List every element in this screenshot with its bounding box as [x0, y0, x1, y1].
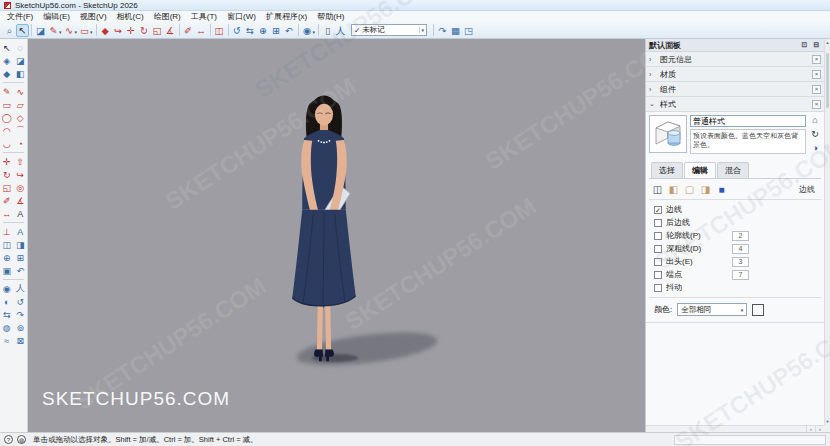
tab-select[interactable]: 选择 [651, 162, 683, 178]
chevron-down-icon[interactable]: ▾ [313, 29, 316, 35]
tape-measure-icon[interactable]: ✐ [182, 24, 195, 37]
eraser-icon[interactable]: ◪ [34, 24, 47, 37]
chevron-down-icon[interactable]: ▾ [90, 29, 93, 35]
section-fill-icon[interactable]: ◨ [14, 238, 28, 251]
modeling-settings-icon[interactable]: ■ [715, 183, 728, 195]
dimension-icon[interactable]: ↔ [195, 24, 208, 37]
revert-camera-icon[interactable]: ↷ [436, 24, 449, 37]
rotate-icon[interactable]: ↻ [138, 24, 151, 37]
menu-item-2[interactable]: 视图(V) [75, 11, 112, 22]
tag-filter-dropdown[interactable]: ✓未标记▾ [351, 24, 427, 36]
three-d-text-icon[interactable]: A [14, 225, 28, 238]
three-d-warehouse-icon[interactable]: ≈ [0, 334, 14, 347]
axes-icon[interactable]: ⊥ [0, 225, 14, 238]
value-input[interactable] [732, 257, 749, 267]
make-component-icon[interactable]: ◈ [0, 54, 14, 67]
scale-icon[interactable]: ◱ [0, 181, 14, 194]
background-settings-icon[interactable]: ▢ [683, 183, 696, 195]
freehand-icon[interactable]: ∿ [14, 85, 28, 98]
move-icon[interactable]: ✛ [125, 24, 138, 37]
offset-icon[interactable]: ◎ [14, 181, 28, 194]
orbit-icon[interactable]: ↺ [231, 24, 244, 37]
model-woman[interactable] [278, 91, 370, 363]
circle-icon[interactable]: ◯ [0, 111, 14, 124]
chevron-down-icon[interactable]: ▾ [75, 29, 78, 35]
close-icon[interactable]: × [812, 100, 821, 109]
add-location-icon[interactable]: ⊚ [14, 321, 28, 334]
scroll-up-icon[interactable]: ▲ [825, 40, 830, 45]
protractor-icon[interactable]: ∡ [164, 24, 177, 37]
close-icon[interactable]: × [812, 70, 821, 79]
menu-item-3[interactable]: 相机(C) [112, 11, 149, 22]
value-input[interactable] [732, 270, 749, 280]
orbit-icon[interactable]: ↺ [14, 295, 28, 308]
create-style-icon[interactable]: ⌂ [812, 115, 817, 125]
search-icon[interactable]: ⌕ [3, 24, 16, 37]
checkbox[interactable] [654, 219, 662, 227]
section-plane-icon[interactable]: ◫ [213, 24, 226, 37]
sign-in-icon[interactable]: 人 [334, 24, 347, 37]
pan-icon[interactable]: ⇆ [0, 308, 14, 321]
next-view-icon[interactable]: ↷ [14, 308, 28, 321]
dimension-icon[interactable]: ↔ [0, 207, 14, 220]
menu-item-6[interactable]: 窗口(W) [222, 11, 261, 22]
line-icon[interactable]: ✎ [0, 85, 14, 98]
three-point-arc-icon[interactable]: ◡ [0, 137, 14, 150]
scroll-down-icon[interactable]: ▼ [825, 419, 830, 424]
style-description[interactable]: 预设表面颜色。蓝色天空和灰色背景色。 [690, 129, 806, 154]
rotate-icon[interactable]: ↻ [0, 168, 14, 181]
new-file-icon[interactable]: ▯ [321, 24, 334, 37]
section-entity-info[interactable]: › 图元信息 × [646, 52, 824, 67]
measurements-input[interactable] [674, 435, 826, 445]
menu-item-8[interactable]: 帮助(H) [312, 11, 349, 22]
watermark-settings-icon[interactable]: ◨ [699, 183, 712, 195]
model-grid-icon[interactable]: ▦ [449, 24, 462, 37]
geo-location-icon[interactable]: ◍ [0, 321, 14, 334]
chevron-down-icon[interactable]: ▾ [59, 29, 62, 35]
polygon-icon[interactable]: ◇ [14, 111, 28, 124]
checkbox[interactable] [654, 284, 662, 292]
panel-vertical-scrollbar[interactable]: ▲ ▼ [824, 39, 830, 425]
section-components[interactable]: › 组件 × [646, 82, 824, 97]
edge-color-swatch[interactable] [752, 304, 764, 316]
checkbox[interactable] [654, 271, 662, 279]
scrollbar-thumb[interactable] [826, 53, 829, 108]
style-name-input[interactable] [690, 115, 806, 127]
push-pull-icon[interactable]: ⇧ [14, 155, 28, 168]
zoom-icon[interactable]: ⊕ [257, 24, 270, 37]
previous-view-icon[interactable]: ↶ [283, 24, 296, 37]
style-thumbnail[interactable] [649, 115, 687, 153]
menu-item-7[interactable]: 扩展程序(x) [261, 11, 312, 22]
close-icon[interactable]: × [812, 55, 821, 64]
value-input[interactable] [732, 231, 749, 241]
zoom-extents-icon[interactable]: ▣ [0, 264, 14, 277]
update-style-icon[interactable]: ↻ [811, 129, 819, 139]
drawing-canvas[interactable]: SKETCHUP56.COM [28, 39, 645, 432]
tray-dock-icon[interactable]: ⊡ [800, 41, 809, 49]
lasso-icon[interactable]: ◌ [14, 41, 28, 54]
section-styles[interactable]: ⌄ 样式 × [646, 97, 824, 112]
tray-collapse-icon[interactable]: ⊟ [812, 41, 821, 49]
zoom-window-icon[interactable]: ⊞ [14, 251, 28, 264]
drop-style-icon[interactable]: ◑ [812, 143, 817, 153]
previous-view-icon[interactable]: ↶ [14, 264, 28, 277]
menu-item-5[interactable]: 工具(T) [186, 11, 222, 22]
rotated-rectangle-icon[interactable]: ▱ [14, 98, 28, 111]
checkbox[interactable]: ✓ [654, 206, 662, 214]
tape-measure-icon[interactable]: ✐ [0, 194, 14, 207]
paint-bucket-icon[interactable]: ◆ [0, 67, 14, 80]
select-icon[interactable]: ↖ [16, 24, 29, 37]
zoom-in-icon[interactable]: ⊕ [0, 251, 14, 264]
two-point-arc-icon[interactable]: ⌒ [14, 124, 28, 137]
text-icon[interactable]: A [14, 207, 28, 220]
checkbox[interactable] [654, 258, 662, 266]
follow-me-icon[interactable]: ↪ [112, 24, 125, 37]
edge-settings-icon[interactable]: ◫ [651, 183, 664, 195]
pie-icon[interactable]: ◔ [14, 137, 28, 150]
zoom-extents-icon[interactable]: ⊞ [270, 24, 283, 37]
pan-icon[interactable]: ⇆ [244, 24, 257, 37]
geolocation-icon[interactable]: ◍ [17, 435, 26, 444]
menu-item-4[interactable]: 绘图(R) [149, 11, 186, 22]
arc-icon[interactable]: ◠ [0, 124, 14, 137]
look-around-icon[interactable]: ◐ [0, 295, 14, 308]
